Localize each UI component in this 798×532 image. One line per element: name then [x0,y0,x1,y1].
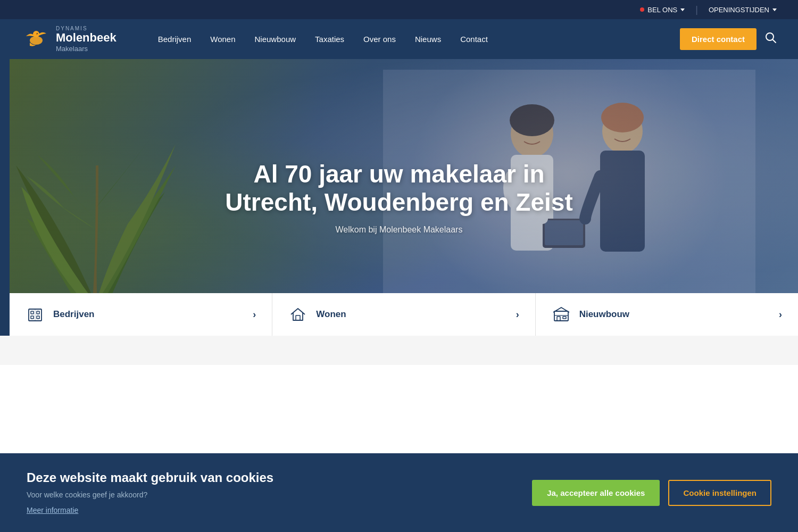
nav-actions: Direct contact [680,28,777,50]
quick-link-wonen-left: Wonen [288,305,346,324]
search-icon [765,32,777,44]
quick-link-nieuwbouw-left: Nieuwbouw [552,305,629,324]
svg-rect-17 [31,316,34,319]
quick-links: Bedrijven › Wonen › [10,293,798,336]
bel-ons-item[interactable]: BEL ONS [640,6,685,14]
cookie-text-area: Deze website maakt gebruik van cookies V… [27,470,511,515]
building-icon [26,305,45,324]
svg-point-0 [30,36,43,45]
main-header: DYNAMIS Molenbeek Makelaars Bedrijven Wo… [0,19,798,59]
cookie-description: Voor welke cookies geef je akkoord? [27,491,511,499]
nav-taxaties[interactable]: Taxaties [305,19,354,59]
svg-rect-21 [554,311,568,321]
nav-contact[interactable]: Contact [451,19,497,59]
quick-link-nieuwbouw[interactable]: Nieuwbouw › [536,293,798,336]
cookie-more-info-link[interactable]: Meer informatie [27,506,78,514]
svg-rect-18 [37,316,39,319]
quick-link-nieuwbouw-label: Nieuwbouw [579,309,629,320]
openingstijden-item[interactable]: OPENINGSTIJDEN [709,6,777,14]
hero-section: Al 70 jaar uw makelaar in Utrecht, Woude… [0,59,798,336]
nav-wonen[interactable]: Wonen [201,19,245,59]
quick-link-bedrijven-arrow: › [253,309,256,320]
accept-cookies-button[interactable]: Ja, accepteer alle cookies [532,480,660,506]
newbuild-icon [552,305,571,324]
nav-bedrijven[interactable]: Bedrijven [148,19,201,59]
hero-content: Al 70 jaar uw makelaar in Utrecht, Woude… [213,160,585,235]
quick-link-wonen-label: Wonen [316,309,346,320]
logo-name: Molenbeek [56,31,117,44]
svg-rect-20 [296,315,300,320]
svg-rect-16 [37,311,39,314]
svg-point-7 [510,104,554,136]
svg-rect-23 [557,317,560,321]
hero-subtitle: Welkom bij Molenbeek Makelaars [213,225,585,235]
nav-nieuws[interactable]: Nieuws [405,19,451,59]
quick-link-wonen[interactable]: Wonen › [272,293,535,336]
openingstijden-label: OPENINGSTIJDEN [709,6,769,14]
logo-icon [21,24,51,54]
hero-title: Al 70 jaar uw makelaar in Utrecht, Woude… [213,160,585,217]
quick-link-bedrijven[interactable]: Bedrijven › [10,293,272,336]
topbar-divider: | [695,4,698,15]
top-bar: BEL ONS | OPENINGSTIJDEN [0,0,798,19]
openingstijden-chevron-icon [772,9,777,11]
main-nav: Bedrijven Wonen Nieuwbouw Taxaties Over … [148,19,680,59]
svg-rect-24 [563,317,566,319]
nav-over-ons[interactable]: Over ons [354,19,405,59]
red-dot-icon [640,7,644,12]
quick-link-bedrijven-left: Bedrijven [26,305,94,324]
home-icon [288,305,307,324]
svg-line-4 [773,39,776,43]
cookie-title: Deze website maakt gebruik van cookies [27,470,511,485]
direct-contact-button[interactable]: Direct contact [680,28,757,50]
svg-rect-15 [31,311,34,314]
quick-link-bedrijven-label: Bedrijven [53,309,94,320]
cookie-actions: Ja, accepteer alle cookies Cookie instel… [532,480,771,506]
cookie-settings-button[interactable]: Cookie instellingen [668,480,771,506]
search-button[interactable] [765,32,777,47]
quick-link-nieuwbouw-arrow: › [779,309,782,320]
logo-text: DYNAMIS Molenbeek Makelaars [56,26,117,52]
svg-rect-11 [600,151,645,252]
bel-ons-label: BEL ONS [647,6,677,14]
bel-ons-chevron-icon [680,9,685,11]
svg-point-10 [601,103,644,132]
logo-link[interactable]: DYNAMIS Molenbeek Makelaars [21,24,117,54]
logo-subtitle: Makelaars [56,45,117,53]
below-hero-strip [0,336,798,365]
hero-left-stripe [0,59,10,336]
quick-link-wonen-arrow: › [516,309,519,320]
nav-nieuwbouw[interactable]: Nieuwbouw [245,19,306,59]
cookie-banner: Deze website maakt gebruik van cookies V… [0,453,798,532]
svg-point-2 [37,33,38,34]
